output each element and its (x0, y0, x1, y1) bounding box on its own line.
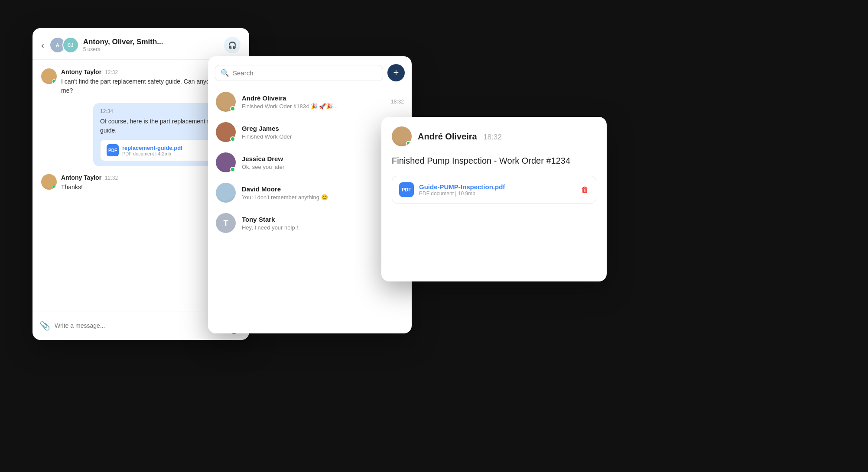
chat-header-info: Antony, Oliver, Smith... 5 users (83, 38, 224, 52)
message-meta: Antony Taylor 12:32 (61, 174, 118, 181)
sender-name: Antony Taylor (61, 174, 101, 181)
plus-icon: + (393, 67, 399, 78)
detail-file-attachment: PDF Guide-PUMP-Inspection.pdf PDF docume… (392, 176, 596, 204)
pdf-icon: PDF (107, 144, 119, 156)
headset-icon: 🎧 (228, 41, 237, 49)
avatar-c: CJ (62, 37, 79, 53)
back-button[interactable]: ‹ (41, 40, 44, 50)
message-detail-panel: André Oliveira 18:32 Finished Pump Inspe… (381, 117, 607, 281)
contact-info: David Moore You: i don't remember anythi… (242, 185, 398, 200)
message-time: 12:32 (105, 175, 118, 181)
detail-sender-info: André Oliveira 18:32 (418, 132, 502, 142)
contact-name: Tony Stark (242, 216, 385, 223)
detail-file-name[interactable]: Guide-PUMP-Inspection.pdf (419, 183, 505, 191)
contact-info: André Oliveira Finished Work Oder #1834 … (242, 94, 385, 110)
chat-header: ‹ A CJ Antony, Oliver, Smith... 5 users … (33, 28, 249, 60)
online-dot (230, 106, 235, 111)
contact-time: 18:32 (391, 99, 404, 105)
contact-meta: 18:32 (391, 99, 404, 105)
file-info: replacement-guide.pdf PDF document | 4.2… (122, 145, 182, 156)
file-name: replacement-guide.pdf (122, 145, 182, 151)
contact-info: Greg James Finished Work Oder (242, 125, 398, 140)
contact-info: Tony Stark Hey, I need your help ! (242, 216, 385, 231)
contact-preview: Ok, see you later (242, 164, 398, 170)
contact-name: André Oliveira (242, 94, 385, 102)
contact-avatar (216, 152, 236, 172)
avatar-placeholder: T (216, 213, 236, 233)
chat-title: Antony, Oliver, Smith... (83, 38, 224, 46)
detail-file-info: Guide-PUMP-Inspection.pdf PDF document |… (419, 183, 505, 197)
contact-preview: You: i don't remember anything 😊 (242, 194, 398, 200)
contact-preview: Finished Work Oder #1834 🎉 🚀🎉... (242, 103, 385, 110)
contacts-header: 🔍 + (208, 56, 412, 87)
message-input[interactable] (55, 322, 221, 329)
sender-avatar (41, 174, 57, 190)
search-icon: 🔍 (221, 69, 229, 77)
detail-message-text: Finished Pump Inspection - Work Order #1… (392, 154, 596, 167)
pdf-icon: PDF (399, 182, 414, 197)
search-input[interactable] (233, 69, 377, 77)
contact-info: Jessica Drew Ok, see you later (242, 155, 398, 170)
delete-icon[interactable]: 🗑 (581, 185, 589, 194)
contact-name: Greg James (242, 125, 398, 132)
message-content: Antony Taylor 12:32 Thanks! (61, 174, 118, 192)
detail-time: 18:32 (483, 133, 502, 141)
contact-item[interactable]: André Oliveira Finished Work Oder #1834 … (208, 87, 412, 117)
attach-icon[interactable]: 📎 (39, 320, 50, 331)
support-icon-button[interactable]: 🎧 (224, 37, 241, 53)
contact-preview: Hey, I need your help ! (242, 224, 385, 231)
search-wrapper[interactable]: 🔍 (215, 65, 383, 81)
sender-avatar (41, 68, 57, 84)
contact-avatar (216, 92, 236, 112)
online-indicator (52, 79, 56, 84)
contact-avatar (216, 122, 236, 142)
detail-body: Finished Pump Inspection - Work Order #1… (381, 152, 607, 212)
contact-preview: Finished Work Oder (242, 133, 398, 140)
file-meta: PDF document | 4.2mb (122, 151, 182, 156)
online-dot (230, 136, 235, 142)
detail-avatar (392, 126, 412, 146)
online-dot (406, 141, 411, 146)
detail-header: André Oliveira 18:32 (381, 117, 607, 152)
online-dot (230, 167, 235, 172)
chat-subtitle: 5 users (83, 46, 224, 52)
detail-file-meta: PDF document | 10.9mb (419, 191, 505, 197)
detail-sender-name: André Oliveira (418, 132, 477, 141)
contact-name: David Moore (242, 185, 398, 193)
contact-avatar (216, 183, 236, 203)
message-text: Thanks! (61, 183, 118, 192)
contact-avatar: T (216, 213, 236, 233)
add-contact-button[interactable]: + (387, 64, 405, 81)
sender-name: Antony Taylor (61, 68, 101, 75)
contact-name: Jessica Drew (242, 155, 398, 162)
message-time: 12:32 (105, 69, 118, 75)
online-indicator (52, 185, 56, 189)
avatar-stack: A CJ (49, 37, 79, 53)
